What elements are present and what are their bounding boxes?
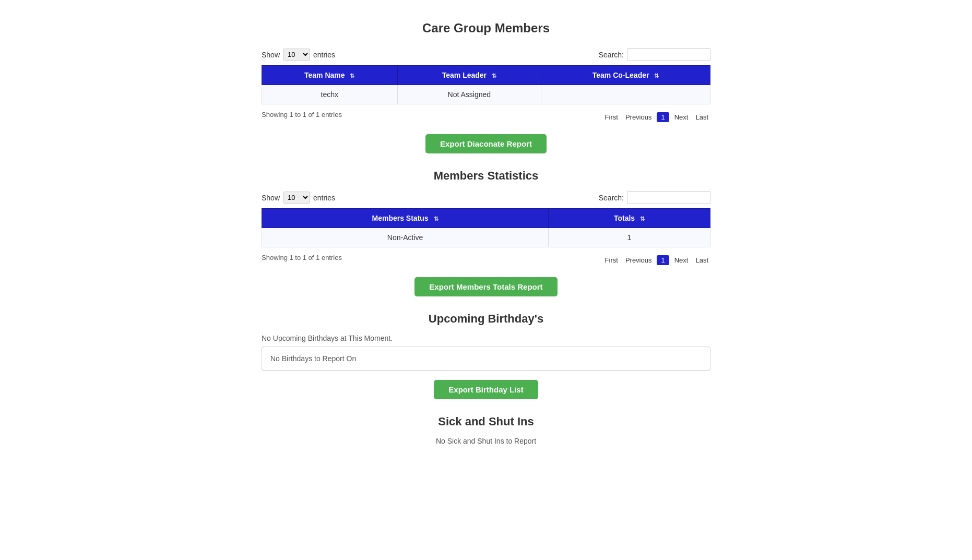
- export-members-totals-button[interactable]: Export Members Totals Report: [414, 277, 557, 296]
- sick-shutins-title: Sick and Shut Ins: [262, 415, 710, 428]
- show-label: Show: [262, 51, 280, 59]
- pagination-last[interactable]: Last: [693, 112, 710, 122]
- table-row: techx Not Assigned: [262, 85, 710, 104]
- members-pagination-previous[interactable]: Previous: [623, 255, 654, 265]
- pagination-first[interactable]: First: [603, 112, 620, 122]
- entries-label: entries: [313, 51, 335, 59]
- sort-icon-totals: ⇅: [640, 216, 645, 222]
- care-group-table-controls: Show 10 25 50 100 entries Search:: [262, 48, 710, 61]
- members-statistics-table-controls: Show 10 25 50 100 entries Search:: [262, 191, 710, 204]
- members-statistics-title: Members Statistics: [262, 169, 710, 183]
- search-label: Search:: [599, 51, 624, 59]
- members-statistics-table: Members Status ⇅ Totals ⇅ Non-Active 1: [262, 208, 710, 247]
- sort-icon-team-name: ⇅: [350, 73, 354, 79]
- members-entries-label: entries: [313, 194, 335, 202]
- care-group-pagination: First Previous 1 Next Last: [603, 112, 710, 122]
- pagination-previous[interactable]: Previous: [623, 112, 654, 122]
- sort-icon-team-leader: ⇅: [492, 73, 496, 79]
- sort-icon-team-co-leader: ⇅: [654, 73, 659, 79]
- pagination-next[interactable]: Next: [672, 112, 691, 122]
- search-control: Search:: [599, 48, 710, 61]
- cell-members-status: Non-Active: [262, 228, 549, 247]
- members-pagination: First Previous 1 Next Last: [603, 255, 710, 265]
- entries-select[interactable]: 10 25 50 100: [283, 49, 310, 61]
- col-team-co-leader[interactable]: Team Co-Leader ⇅: [541, 66, 710, 85]
- cell-team-name: techx: [262, 85, 398, 104]
- members-search-input[interactable]: [627, 191, 710, 204]
- members-pagination-first[interactable]: First: [603, 255, 620, 265]
- table-row: Non-Active 1: [262, 228, 710, 247]
- cell-team-co-leader: [541, 85, 710, 104]
- page-title: Care Group Members: [262, 21, 710, 35]
- members-pagination-next[interactable]: Next: [672, 255, 691, 265]
- birthday-box-text: No Birthdays to Report On: [270, 354, 356, 363]
- upcoming-birthdays-title: Upcoming Birthday's: [262, 312, 710, 326]
- care-group-table: Team Name ⇅ Team Leader ⇅ Team Co-Leader…: [262, 65, 710, 104]
- members-entries-control: Show 10 25 50 100 entries: [262, 192, 335, 204]
- pagination-current[interactable]: 1: [657, 112, 669, 122]
- members-show-label: Show: [262, 194, 280, 202]
- members-showing-text: Showing 1 to 1 of 1 entries: [262, 254, 342, 261]
- members-search-control: Search:: [599, 191, 710, 204]
- entries-control: Show 10 25 50 100 entries: [262, 49, 335, 61]
- col-totals[interactable]: Totals ⇅: [549, 209, 710, 228]
- col-team-leader[interactable]: Team Leader ⇅: [397, 66, 541, 85]
- members-entries-select[interactable]: 10 25 50 100: [283, 192, 310, 204]
- search-input[interactable]: [627, 48, 710, 61]
- export-birthday-list-button[interactable]: Export Birthday List: [434, 380, 538, 399]
- birthday-box: No Birthdays to Report On: [262, 347, 710, 371]
- members-search-label: Search:: [599, 194, 624, 202]
- col-team-name[interactable]: Team Name ⇅: [262, 66, 398, 85]
- members-pagination-last[interactable]: Last: [693, 255, 710, 265]
- no-birthdays-msg: No Upcoming Birthdays at This Moment.: [262, 334, 710, 342]
- care-group-showing-text: Showing 1 to 1 of 1 entries: [262, 111, 342, 118]
- members-pagination-current[interactable]: 1: [657, 255, 669, 265]
- export-diaconate-button[interactable]: Export Diaconate Report: [425, 134, 547, 153]
- sort-icon-members-status: ⇅: [434, 216, 438, 222]
- cell-team-leader: Not Assigned: [397, 85, 541, 104]
- no-sick-msg: No Sick and Shut Ins to Report: [262, 437, 710, 445]
- cell-totals: 1: [549, 228, 710, 247]
- sick-shutins-section: Sick and Shut Ins No Sick and Shut Ins t…: [262, 415, 710, 445]
- col-members-status[interactable]: Members Status ⇅: [262, 209, 549, 228]
